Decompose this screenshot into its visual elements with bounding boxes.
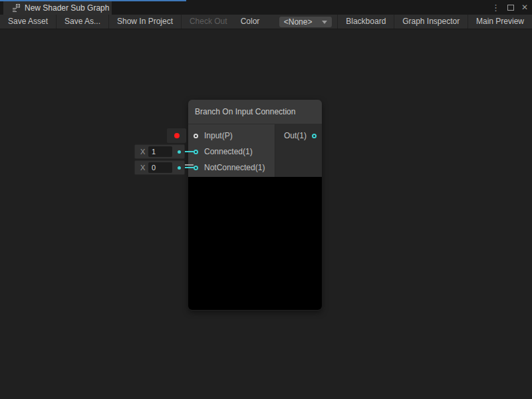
window-controls: ⋮ ✕ bbox=[491, 0, 528, 15]
graph-inspector-toggle-button[interactable]: Graph Inspector bbox=[394, 15, 467, 29]
notconnected-value-input[interactable] bbox=[148, 162, 172, 173]
show-in-project-button[interactable]: Show In Project bbox=[109, 15, 181, 29]
node-header[interactable]: Branch On Input Connection bbox=[188, 100, 322, 124]
x-field-label: X bbox=[140, 164, 145, 172]
port-connected-icon[interactable] bbox=[194, 150, 198, 154]
color-mode-dropdown[interactable]: <None> bbox=[279, 17, 332, 27]
property-red-dot-icon bbox=[174, 133, 180, 138]
x-field-label: X bbox=[140, 148, 145, 156]
node-title: Branch On Input Connection bbox=[195, 107, 295, 116]
blackboard-toggle-button[interactable]: Blackboard bbox=[338, 15, 394, 29]
close-icon[interactable]: ✕ bbox=[521, 3, 528, 11]
port-input-icon[interactable] bbox=[194, 134, 198, 138]
connected-value-widget: X bbox=[134, 144, 185, 159]
node-output-ports: Out(1) bbox=[275, 124, 322, 177]
port-row-out: Out(1) bbox=[275, 128, 322, 144]
port-notconnected-icon[interactable] bbox=[194, 166, 198, 170]
port-row-notconnected: NotConnected(1) bbox=[188, 160, 275, 176]
port-notconnected-label: NotConnected(1) bbox=[204, 163, 265, 172]
check-out-button: Check Out bbox=[182, 15, 235, 29]
graph-toolbar: Save Asset Save As... Show In Project Ch… bbox=[0, 15, 532, 29]
node-port-area: Input(P) Connected(1) NotConnected(1) Ou… bbox=[188, 124, 322, 177]
notconnected-value-widget: X bbox=[134, 160, 185, 175]
tab-new-shader-sub-graph[interactable]: New Shader Sub Graph bbox=[3, 1, 112, 15]
port-out-label: Out(1) bbox=[284, 131, 307, 140]
color-mode-selected-value: <None> bbox=[284, 17, 313, 27]
toolbar-right-group: Color Mode <None> Blackboard Graph Inspe… bbox=[235, 15, 532, 29]
main-preview-toggle-button[interactable]: Main Preview bbox=[468, 15, 532, 29]
port-input-label: Input(P) bbox=[204, 131, 233, 140]
sub-graph-icon bbox=[11, 3, 21, 13]
window-menu-icon[interactable]: ⋮ bbox=[491, 3, 500, 12]
chevron-down-icon bbox=[322, 21, 327, 24]
color-mode-label: Color Mode bbox=[235, 15, 279, 29]
node-branch-on-input-connection[interactable]: Branch On Input Connection Input(P) Conn… bbox=[188, 100, 322, 311]
maximize-icon[interactable] bbox=[507, 5, 514, 11]
stub-port-icon bbox=[178, 150, 181, 154]
port-connected-label: Connected(1) bbox=[204, 147, 253, 156]
graph-canvas[interactable]: Branch On Input Connection Input(P) Conn… bbox=[0, 29, 532, 399]
tab-title: New Shader Sub Graph bbox=[25, 3, 109, 13]
port-row-connected: Connected(1) bbox=[188, 144, 275, 160]
save-asset-button[interactable]: Save Asset bbox=[0, 15, 56, 29]
stub-port-icon bbox=[178, 166, 181, 170]
port-row-input: Input(P) bbox=[188, 128, 275, 144]
port-out-icon[interactable] bbox=[312, 134, 317, 138]
node-input-ports: Input(P) Connected(1) NotConnected(1) bbox=[188, 124, 275, 177]
node-preview-area bbox=[188, 177, 322, 310]
tab-bar: New Shader Sub Graph ⋮ ✕ bbox=[0, 0, 532, 15]
connected-value-input[interactable] bbox=[148, 146, 172, 157]
save-as-button[interactable]: Save As... bbox=[57, 15, 108, 29]
property-stub-box[interactable] bbox=[167, 128, 186, 143]
